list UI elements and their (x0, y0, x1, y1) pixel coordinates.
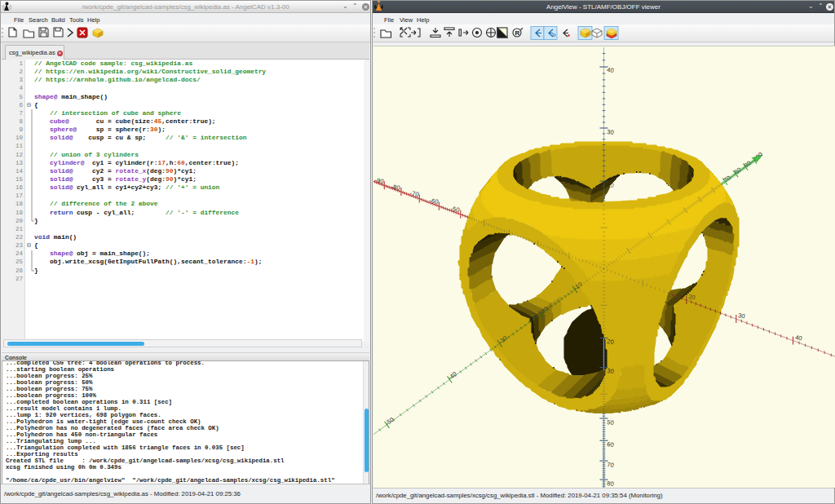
svg-text:30: 30 (738, 312, 746, 320)
svg-text:80: 80 (607, 480, 615, 488)
svg-text:70: 70 (607, 461, 615, 469)
svg-text:40: 40 (607, 66, 615, 74)
svg-text:40: 40 (795, 334, 803, 342)
svg-text:30: 30 (607, 128, 615, 136)
svg-text:-70: -70 (409, 189, 419, 198)
svg-text:-90: -90 (374, 176, 384, 185)
svg-text:20: 20 (607, 181, 615, 189)
svg-text:60: 60 (607, 440, 615, 449)
svg-text:20: 20 (688, 293, 696, 301)
svg-text:-80: -80 (391, 183, 400, 192)
svg-text:30: 30 (607, 367, 615, 375)
svg-text:-40: -40 (447, 370, 458, 382)
svg-text:R: R (515, 29, 520, 37)
svg-text:20: 20 (607, 338, 615, 346)
svg-text:-60: -60 (429, 197, 439, 206)
svg-text:-50: -50 (450, 205, 460, 214)
svg-text:50: 50 (607, 418, 615, 427)
